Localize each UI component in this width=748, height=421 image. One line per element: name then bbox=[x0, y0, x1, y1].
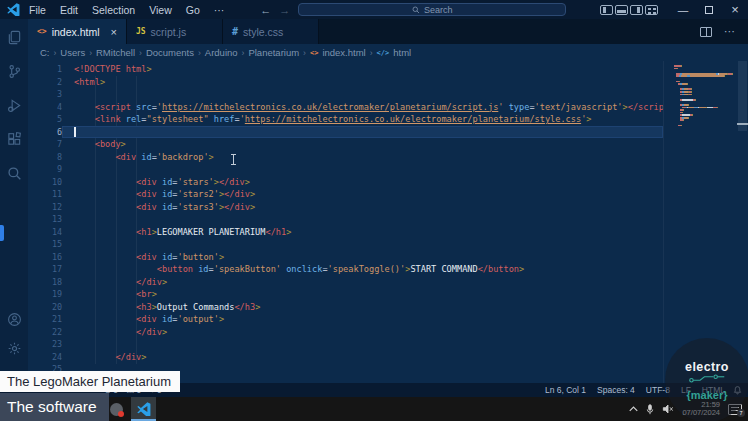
code-line-4[interactable]: 4 <script src='https://mitchelectronics.… bbox=[28, 101, 748, 114]
toggle-secondary-sidebar-icon[interactable] bbox=[630, 5, 643, 15]
line-content: </div> bbox=[62, 351, 663, 364]
line-number: 1 bbox=[28, 63, 62, 76]
code-line-5[interactable]: 5 <link rel="stylesheet" href='https://m… bbox=[28, 113, 748, 126]
layout-controls bbox=[600, 5, 658, 15]
code-line-13[interactable]: 13 bbox=[28, 213, 748, 226]
code-line-17[interactable]: 17 <button id='speakButton' onclick='spe… bbox=[28, 263, 748, 276]
minimap-line bbox=[674, 73, 737, 75]
command-center-search[interactable]: Search bbox=[298, 3, 566, 16]
microphone-icon[interactable] bbox=[646, 404, 654, 415]
extensions-icon[interactable] bbox=[6, 131, 23, 148]
breadcrumb-item[interactable]: C: bbox=[40, 47, 50, 58]
close-button[interactable]: × bbox=[722, 0, 748, 19]
line-content bbox=[62, 238, 663, 251]
notification-center-icon[interactable]: 7 bbox=[728, 404, 742, 415]
tab-style-css[interactable]: #style.css bbox=[223, 19, 319, 44]
menu-item-view[interactable]: View bbox=[149, 4, 172, 16]
breadcrumb-item[interactable]: html bbox=[393, 47, 411, 58]
breadcrumb-item[interactable]: Arduino bbox=[205, 47, 238, 58]
menu-item-[interactable]: ··· bbox=[214, 4, 225, 16]
clock-date: 07/07/2024 bbox=[682, 409, 720, 418]
minimap-token bbox=[695, 99, 696, 101]
code-line-22[interactable]: 22 </div> bbox=[28, 326, 748, 339]
status-eol[interactable]: LF bbox=[681, 385, 691, 395]
minimap-line bbox=[674, 65, 737, 67]
breadcrumb-item[interactable]: Planetarium bbox=[248, 47, 299, 58]
code-line-21[interactable]: 21 <div id='output'> bbox=[28, 313, 748, 326]
code-line-1[interactable]: 1<!DOCTYPE html> bbox=[28, 63, 748, 76]
code-line-15[interactable]: 15 bbox=[28, 238, 748, 251]
vscode-icon bbox=[137, 402, 151, 416]
tab-script-js[interactable]: JSscript.js bbox=[127, 19, 223, 44]
editor-scrollbar[interactable] bbox=[737, 61, 748, 383]
breadcrumb-item[interactable]: Documents bbox=[146, 47, 194, 58]
tray-clock[interactable]: 21:59 07/07/2024 bbox=[682, 401, 720, 418]
breadcrumb-separator: › bbox=[370, 48, 373, 58]
editor[interactable]: 1<!DOCTYPE html>2<html>34 <script src='h… bbox=[28, 61, 748, 383]
customize-layout-icon[interactable] bbox=[645, 5, 658, 15]
search-sidebar-icon[interactable] bbox=[6, 165, 23, 182]
settings-gear-icon[interactable] bbox=[6, 340, 23, 357]
code-line-20[interactable]: 20 <h3>Output Commands</h3> bbox=[28, 301, 748, 314]
breadcrumb-item[interactable]: RMitchell bbox=[96, 47, 135, 58]
history-forward-button[interactable]: → bbox=[279, 4, 290, 16]
vscode-app-button[interactable] bbox=[131, 397, 156, 421]
menu-item-selection[interactable]: Selection bbox=[92, 4, 135, 16]
code-line-11[interactable]: 11 <div id='stars2'></div> bbox=[28, 188, 748, 201]
code-line-18[interactable]: 18 </div> bbox=[28, 276, 748, 289]
minimize-button[interactable]: — bbox=[670, 0, 696, 19]
breadcrumb-item[interactable]: index.html bbox=[322, 47, 365, 58]
code-line-2[interactable]: 2<html> bbox=[28, 76, 748, 89]
code-line-10[interactable]: 10 <div id='stars'></div> bbox=[28, 176, 748, 189]
code-line-19[interactable]: 19 <br> bbox=[28, 288, 748, 301]
line-content bbox=[62, 88, 663, 101]
minimap-line bbox=[674, 107, 737, 109]
code-line-9[interactable]: 9 bbox=[28, 163, 748, 176]
source-control-icon[interactable] bbox=[6, 63, 23, 80]
scrollbar-thumb[interactable] bbox=[738, 61, 747, 131]
minimap-line bbox=[674, 91, 737, 93]
code-line-3[interactable]: 3 bbox=[28, 88, 748, 101]
status-indentation[interactable]: Spaces: 4 bbox=[597, 385, 635, 395]
code-line-6[interactable]: 6 bbox=[28, 126, 748, 139]
split-editor-icon[interactable] bbox=[700, 27, 712, 37]
notifications-bell-icon[interactable] bbox=[733, 385, 748, 395]
minimap-line bbox=[674, 68, 737, 70]
status-cursor-position[interactable]: Ln 6, Col 1 bbox=[545, 385, 586, 395]
status-language-mode[interactable]: HTML bbox=[702, 385, 725, 395]
minimap-token bbox=[679, 81, 680, 83]
minimap[interactable] bbox=[663, 61, 737, 383]
explorer-icon[interactable] bbox=[6, 29, 23, 46]
code-line-16[interactable]: 16 <div id='button'> bbox=[28, 251, 748, 264]
tab-bar: <>index.html×JSscript.js#style.css ⋯ bbox=[28, 19, 748, 44]
tray-expand-chevron-icon[interactable] bbox=[629, 406, 638, 412]
toggle-panel-icon[interactable] bbox=[615, 5, 628, 15]
restore-button[interactable] bbox=[696, 0, 722, 19]
breadcrumb-item[interactable]: Users bbox=[60, 47, 85, 58]
minimap-token bbox=[683, 73, 716, 75]
more-actions-icon[interactable]: ⋯ bbox=[724, 25, 736, 38]
toggle-primary-sidebar-icon[interactable] bbox=[600, 5, 613, 15]
code-line-8[interactable]: 8 <div id='backdrop'> bbox=[28, 151, 748, 164]
code-line-12[interactable]: 12 <div id='stars3'></div> bbox=[28, 201, 748, 214]
account-icon[interactable] bbox=[6, 311, 23, 328]
minimap-line bbox=[674, 70, 737, 72]
minimap-token bbox=[699, 107, 707, 109]
line-content: </div> bbox=[62, 276, 663, 289]
line-number: 11 bbox=[28, 188, 62, 201]
run-debug-icon[interactable] bbox=[6, 97, 23, 114]
tab-close-icon[interactable]: × bbox=[111, 26, 117, 38]
tab-index-html[interactable]: <>index.html× bbox=[28, 19, 127, 44]
speaker-muted-icon[interactable] bbox=[662, 404, 674, 414]
menu-item-edit[interactable]: Edit bbox=[60, 4, 78, 16]
code-line-14[interactable]: 14 <h1>LEGOMAKER PLANETARIUM</h1> bbox=[28, 226, 748, 239]
menu-item-go[interactable]: Go bbox=[186, 4, 200, 16]
html-symbol-icon: </> bbox=[377, 49, 390, 57]
status-encoding[interactable]: UTF-8 bbox=[646, 385, 670, 395]
code-line-24[interactable]: 24 </div> bbox=[28, 351, 748, 364]
history-back-button[interactable]: ← bbox=[260, 4, 271, 16]
menu-item-file[interactable]: File bbox=[29, 4, 46, 16]
code-line-7[interactable]: 7 <body> bbox=[28, 138, 748, 151]
code-line-23[interactable]: 23 bbox=[28, 338, 748, 351]
js-file-icon: JS bbox=[136, 27, 146, 36]
